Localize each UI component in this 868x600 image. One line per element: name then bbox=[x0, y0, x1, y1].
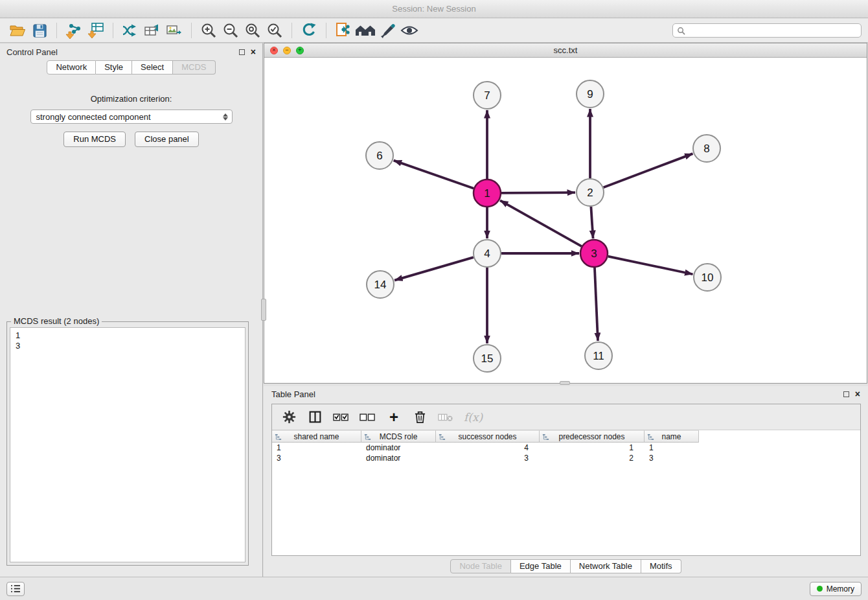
control-panel-title: Control Panel bbox=[6, 47, 58, 57]
tab-node-table[interactable]: Node Table bbox=[450, 559, 511, 573]
splitter-handle-horizontal[interactable] bbox=[560, 381, 570, 385]
network-window-titlebar[interactable]: scc.txt × − + bbox=[264, 43, 867, 58]
column-tree-icon bbox=[542, 433, 549, 441]
task-list-button[interactable] bbox=[6, 582, 25, 596]
eye-view-icon[interactable] bbox=[398, 21, 420, 40]
column-header-successor-nodes[interactable]: successor nodes bbox=[436, 430, 540, 443]
tab-mcds[interactable]: MCDS bbox=[173, 60, 215, 75]
graph-node-7[interactable]: 7 bbox=[474, 82, 501, 109]
graph-node-14[interactable]: 14 bbox=[367, 271, 394, 298]
svg-text:9: 9 bbox=[587, 88, 593, 100]
run-mcds-button[interactable]: Run MCDS bbox=[63, 132, 126, 147]
table-row[interactable]: 3 dominator 3 2 3 bbox=[272, 453, 860, 463]
tab-edge-table[interactable]: Edge Table bbox=[511, 559, 571, 573]
graph-node-3[interactable]: 3 bbox=[580, 240, 608, 267]
save-session-icon[interactable] bbox=[29, 21, 51, 40]
splitter-handle-vertical[interactable] bbox=[261, 299, 266, 321]
cell-mcds-role[interactable]: dominator bbox=[361, 453, 436, 463]
search-input[interactable] bbox=[688, 26, 857, 35]
float-table-panel-icon[interactable] bbox=[843, 391, 849, 397]
table-row[interactable]: 1 dominator 4 1 1 bbox=[272, 443, 860, 453]
close-table-panel-icon[interactable]: × bbox=[855, 391, 860, 397]
network-arrows-icon[interactable] bbox=[119, 21, 141, 40]
close-panel-icon[interactable]: × bbox=[251, 49, 256, 55]
cell-shared-name[interactable]: 3 bbox=[272, 453, 361, 463]
clipboard-network-icon[interactable] bbox=[332, 21, 354, 40]
refresh-icon[interactable] bbox=[298, 21, 320, 40]
memory-button[interactable]: Memory bbox=[810, 582, 862, 596]
graph-edge-3-10[interactable] bbox=[608, 257, 693, 275]
graph-edge-2-8[interactable] bbox=[604, 154, 693, 187]
tab-network[interactable]: Network bbox=[47, 60, 96, 75]
network-canvas[interactable]: 7968124314101511 bbox=[264, 58, 867, 383]
graph-node-10[interactable]: 10 bbox=[694, 264, 721, 291]
tab-motifs[interactable]: Motifs bbox=[641, 559, 681, 573]
tab-style[interactable]: Style bbox=[96, 60, 132, 75]
search-field[interactable] bbox=[672, 23, 862, 38]
select-all-icon[interactable] bbox=[333, 409, 349, 426]
deselect-all-icon[interactable] bbox=[360, 409, 376, 426]
close-panel-button[interactable]: Close panel bbox=[135, 132, 199, 147]
graph-node-8[interactable]: 8 bbox=[693, 135, 720, 162]
graph-node-11[interactable]: 11 bbox=[585, 342, 612, 369]
graph-node-2[interactable]: 2 bbox=[577, 179, 604, 206]
columns-icon[interactable] bbox=[307, 409, 323, 426]
column-header-name[interactable]: name bbox=[645, 430, 699, 443]
column-header-predecessor-nodes[interactable]: predecessor nodes bbox=[540, 430, 645, 443]
column-tree-icon bbox=[364, 433, 371, 441]
cell-mcds-role[interactable]: dominator bbox=[361, 443, 436, 453]
cell-successor-nodes[interactable]: 4 bbox=[436, 443, 540, 453]
table-header-row: shared name MCDS role successor nodes pr… bbox=[272, 430, 860, 443]
cell-name[interactable]: 1 bbox=[645, 443, 699, 453]
zoom-fit-icon[interactable] bbox=[242, 21, 264, 40]
export-image-icon[interactable] bbox=[163, 21, 185, 40]
graph-edge-3-11[interactable] bbox=[595, 268, 598, 341]
criterion-dropdown[interactable]: strongly connected component bbox=[30, 110, 233, 124]
float-panel-icon[interactable] bbox=[239, 49, 245, 55]
graph-edge-1-2[interactable] bbox=[501, 192, 575, 193]
trash-icon[interactable] bbox=[412, 409, 428, 426]
column-header-mcds-role[interactable]: MCDS role bbox=[361, 430, 436, 443]
svg-text:1: 1 bbox=[484, 187, 490, 200]
gear-icon[interactable] bbox=[281, 409, 297, 426]
open-folder-icon[interactable] bbox=[6, 21, 29, 40]
zoom-in-icon[interactable] bbox=[198, 21, 220, 40]
cell-successor-nodes[interactable]: 3 bbox=[436, 453, 540, 463]
home-pair-icon[interactable] bbox=[354, 21, 376, 40]
tab-network-table[interactable]: Network Table bbox=[571, 559, 641, 573]
network-window-title: scc.txt bbox=[264, 45, 867, 55]
graph-edge-4-14[interactable] bbox=[394, 257, 474, 280]
import-network-icon[interactable] bbox=[63, 21, 85, 40]
cell-name[interactable]: 3 bbox=[645, 453, 699, 463]
table-panel: Table Panel × bbox=[264, 386, 868, 577]
column-header-shared-name[interactable]: shared name bbox=[272, 430, 361, 443]
cell-shared-name[interactable]: 1 bbox=[272, 443, 361, 453]
paint-style-icon[interactable] bbox=[376, 21, 398, 40]
mcds-result-line: 1 bbox=[16, 330, 240, 341]
export-table-icon[interactable] bbox=[141, 21, 163, 40]
criterion-dropdown-value: strongly connected component bbox=[36, 112, 151, 122]
graph-edge-1-6[interactable] bbox=[394, 161, 474, 189]
toolbar-separator bbox=[326, 23, 326, 38]
mcds-result-list[interactable]: 1 3 bbox=[10, 327, 246, 562]
cell-predecessor-nodes[interactable]: 2 bbox=[540, 453, 645, 463]
svg-text:7: 7 bbox=[484, 89, 490, 102]
delete-table-icon[interactable] bbox=[438, 409, 453, 426]
graph-node-4[interactable]: 4 bbox=[474, 240, 501, 267]
graph-edge-3-1[interactable] bbox=[500, 200, 582, 246]
graph-node-15[interactable]: 15 bbox=[474, 345, 501, 372]
toolbar-separator bbox=[56, 23, 57, 38]
graph-node-1[interactable]: 1 bbox=[474, 179, 501, 207]
tab-select[interactable]: Select bbox=[132, 60, 173, 75]
cell-predecessor-nodes[interactable]: 1 bbox=[540, 443, 645, 453]
graph-node-6[interactable]: 6 bbox=[366, 142, 393, 169]
import-table-icon[interactable] bbox=[85, 21, 107, 40]
zoom-out-icon[interactable] bbox=[220, 21, 242, 40]
graph-node-9[interactable]: 9 bbox=[577, 80, 604, 108]
graph-edge-2-3[interactable] bbox=[591, 207, 593, 238]
svg-text:10: 10 bbox=[702, 271, 714, 284]
zoom-selected-icon[interactable] bbox=[264, 21, 286, 40]
add-row-icon[interactable]: + bbox=[386, 409, 402, 426]
function-builder-icon[interactable]: f(x) bbox=[464, 409, 483, 426]
network-window: scc.txt × − + 7968124314101511 bbox=[264, 43, 867, 384]
